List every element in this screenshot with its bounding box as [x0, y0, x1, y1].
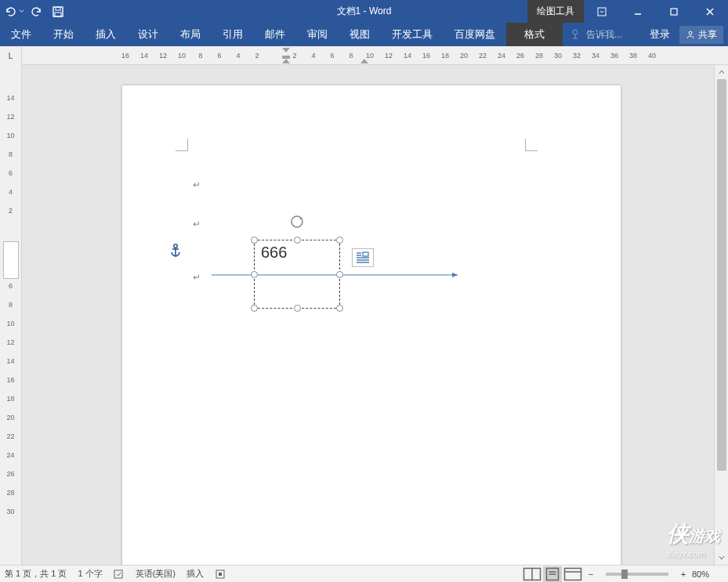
paragraph-mark: ↵: [193, 272, 201, 283]
tab-insert[interactable]: 插入: [85, 23, 127, 46]
print-layout-button[interactable]: [543, 566, 562, 582]
svg-rect-5: [671, 9, 677, 15]
vertical-ruler[interactable]: 141210864224681012141618202224262830: [0, 65, 22, 565]
web-layout-button[interactable]: [563, 566, 582, 582]
language-indicator[interactable]: 英语(美国): [136, 568, 176, 580]
svg-rect-16: [114, 570, 122, 578]
right-indent-marker[interactable]: [360, 48, 368, 64]
save-button[interactable]: [47, 0, 69, 23]
paragraph-mark: ↵: [193, 179, 201, 190]
resize-handle-sw[interactable]: [251, 305, 258, 312]
scroll-down-button[interactable]: [715, 551, 728, 565]
redo-button[interactable]: [25, 0, 47, 23]
svg-rect-24: [565, 568, 581, 580]
tell-me-search[interactable]: 告诉我...: [563, 23, 630, 46]
tab-mailings[interactable]: 邮件: [254, 23, 296, 46]
share-button[interactable]: 共享: [679, 26, 723, 44]
tab-review[interactable]: 审阅: [296, 23, 339, 46]
contextual-tab-header: 绘图工具: [527, 0, 584, 23]
margin-corner-tr: [525, 139, 538, 151]
maximize-button[interactable]: [656, 0, 692, 23]
resize-handle-ne[interactable]: [336, 237, 343, 244]
tab-layout[interactable]: 布局: [169, 23, 212, 46]
macro-icon[interactable]: [215, 569, 226, 580]
tab-baidu[interactable]: 百度网盘: [444, 23, 506, 46]
tell-me-placeholder: 告诉我...: [586, 28, 622, 42]
resize-handle-nw[interactable]: [251, 237, 258, 244]
resize-handle-se[interactable]: [336, 305, 343, 312]
object-anchor-icon: [169, 244, 182, 261]
title-bar: 文档1 - Word 绘图工具: [0, 0, 728, 23]
page[interactable]: ↵ ↵ ↵ 666: [122, 85, 621, 565]
tab-file[interactable]: 文件: [0, 23, 42, 46]
zoom-in-button[interactable]: +: [676, 569, 690, 579]
tab-references[interactable]: 引用: [212, 23, 254, 46]
scroll-thumb[interactable]: [717, 79, 726, 471]
horizontal-ruler[interactable]: 1614121086422468101214161820222426283032…: [22, 46, 728, 64]
svg-rect-18: [219, 573, 222, 576]
text-box-selected[interactable]: 666: [254, 240, 340, 309]
undo-button[interactable]: [3, 0, 25, 23]
word-count[interactable]: 1 个字: [78, 568, 102, 580]
vruler-active-region: [3, 241, 19, 279]
minimize-button[interactable]: [620, 0, 656, 23]
svg-rect-2: [55, 13, 61, 16]
tab-developer[interactable]: 开发工具: [381, 23, 444, 46]
ruler-area: L 16141210864224681012141618202224262830…: [0, 46, 728, 65]
document-area: 141210864224681012141618202224262830 ↵ ↵…: [0, 65, 714, 565]
svg-point-10: [174, 244, 177, 248]
scroll-up-button[interactable]: [715, 65, 728, 79]
zoom-slider-thumb[interactable]: [621, 569, 628, 579]
tab-selector[interactable]: L: [0, 46, 22, 65]
vertical-scrollbar[interactable]: [714, 65, 728, 565]
margin-corner-tl: [176, 139, 188, 151]
status-bar: 第 1 页，共 1 页 1 个字 英语(美国) 插入 − + 80%: [0, 565, 728, 582]
text-box-content[interactable]: 666: [255, 240, 339, 265]
resize-handle-n[interactable]: [294, 237, 301, 244]
rotate-handle[interactable]: [289, 214, 305, 233]
zoom-out-button[interactable]: −: [584, 569, 598, 579]
resize-handle-e[interactable]: [336, 271, 343, 278]
page-container[interactable]: ↵ ↵ ↵ 666: [22, 65, 714, 565]
paragraph-mark: ↵: [193, 219, 201, 230]
insert-mode[interactable]: 插入: [187, 568, 204, 580]
layout-options-button[interactable]: [352, 248, 374, 267]
document-title: 文档1 - Word: [337, 0, 392, 23]
tab-format[interactable]: 格式: [506, 23, 563, 46]
read-mode-button[interactable]: [523, 566, 541, 582]
resize-handle-s[interactable]: [294, 305, 301, 312]
resize-handle-w[interactable]: [251, 271, 258, 278]
svg-point-9: [689, 31, 692, 34]
svg-point-8: [573, 30, 578, 34]
tab-design[interactable]: 设计: [127, 23, 169, 46]
tab-view[interactable]: 视图: [339, 23, 381, 46]
indent-marker[interactable]: [282, 48, 290, 64]
tab-home[interactable]: 开始: [42, 23, 85, 46]
login-button[interactable]: 登录: [643, 27, 676, 42]
zoom-level[interactable]: 80%: [692, 569, 723, 579]
page-indicator[interactable]: 第 1 页，共 1 页: [5, 568, 67, 580]
ribbon-options-button[interactable]: [584, 0, 620, 23]
close-button[interactable]: [692, 0, 728, 23]
spell-check-icon[interactable]: [114, 569, 125, 580]
quick-access-toolbar: [0, 0, 69, 23]
svg-rect-15: [363, 252, 368, 256]
ribbon-tabs: 文件 开始 插入 设计 布局 引用 邮件 审阅 视图 开发工具 百度网盘 格式 …: [0, 23, 728, 46]
zoom-slider[interactable]: [606, 573, 668, 576]
svg-rect-3: [598, 8, 606, 16]
